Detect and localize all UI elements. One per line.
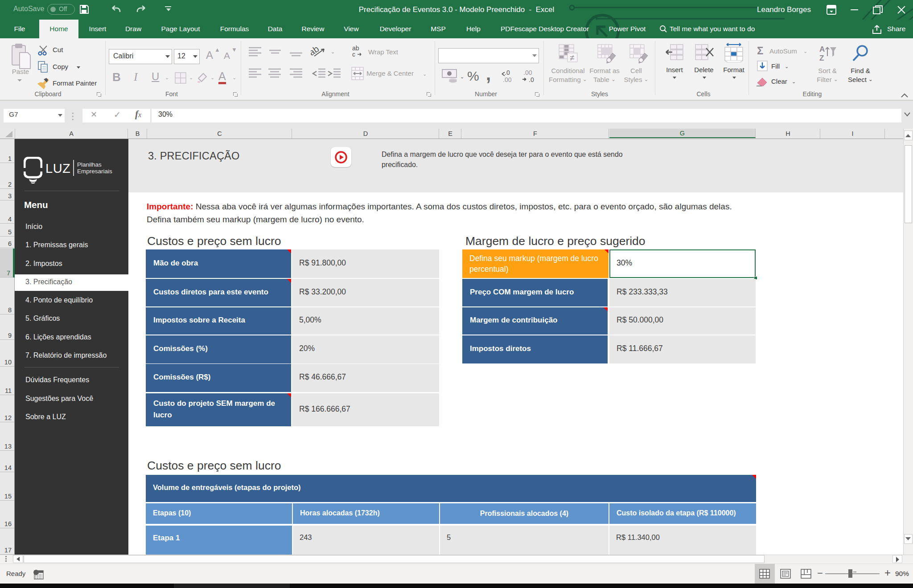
svg-text:Z: Z	[819, 54, 824, 62]
svg-text:≠: ≠	[570, 53, 574, 62]
svg-text:.0: .0	[529, 76, 534, 83]
svg-text:.0: .0	[505, 69, 510, 76]
svg-text:.00: .00	[503, 76, 512, 83]
svg-text:c: c	[352, 51, 355, 58]
svg-text:A: A	[819, 45, 825, 53]
svg-text:.00: .00	[523, 69, 532, 76]
